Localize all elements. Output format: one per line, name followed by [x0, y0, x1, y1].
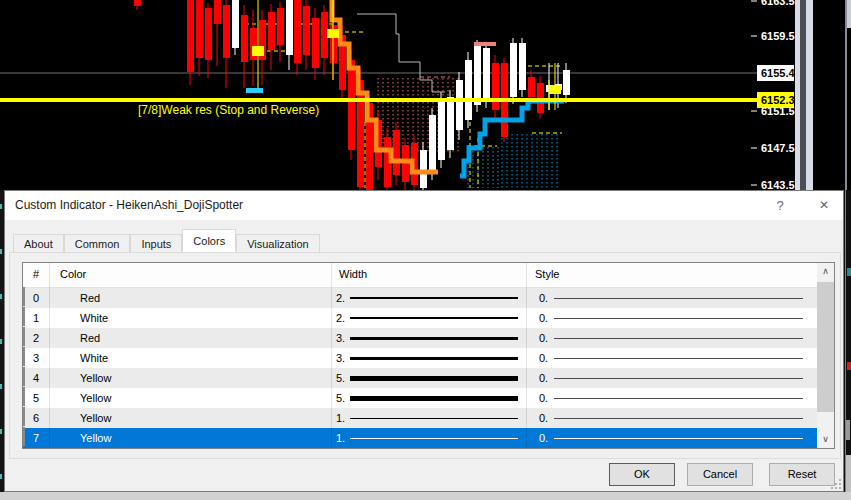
indicator-levels-table: #ColorWidthStyle 0Red2.0.1White2.0.2Red3…: [22, 262, 835, 449]
ok-button[interactable]: OK: [609, 463, 675, 486]
yellow-square: [549, 85, 561, 94]
column-header-color: Color: [60, 268, 86, 280]
style-line-sample: [554, 318, 803, 319]
width-line-sample: [350, 376, 518, 381]
style-value: 0.: [539, 332, 548, 344]
column-separator: [331, 263, 332, 448]
width-value: 1.: [336, 412, 345, 424]
tab-common[interactable]: Common: [64, 234, 131, 254]
help-button[interactable]: ?: [769, 196, 791, 215]
tab-bar: AboutCommonInputsColorsVisualization: [13, 229, 320, 253]
right-edge-strip: [844, 190, 851, 500]
width-value: 3.: [336, 332, 345, 344]
cancel-button[interactable]: Cancel: [687, 463, 753, 486]
colors-tab-page: #ColorWidthStyle 0Red2.0.1White2.0.2Red3…: [9, 252, 841, 459]
style-line-sample: [554, 338, 803, 339]
style-value: 0.: [539, 372, 548, 384]
width-line-sample: [350, 337, 518, 340]
width-line-sample: [350, 396, 518, 401]
width-line-sample: [350, 297, 518, 299]
cyan-underline: [246, 88, 263, 93]
row-index: 1: [23, 312, 49, 324]
price-label: 6143.5: [761, 179, 795, 190]
scrollbar-thumb[interactable]: [817, 282, 834, 412]
price-label: 6163.5: [761, 0, 795, 7]
custom-indicator-dialog: Custom Indicator - HeikenAshi_DojiSpotte…: [4, 190, 844, 492]
table-row[interactable]: 0Red2.0.: [23, 288, 834, 308]
reset-button[interactable]: Reset: [769, 463, 835, 486]
price-label: 6155.4: [761, 67, 796, 79]
scroll-down-icon[interactable]: ∨: [817, 431, 834, 448]
color-name: Yellow: [80, 412, 111, 424]
width-value: 3.: [336, 352, 345, 364]
width-value: 2.: [336, 292, 345, 304]
style-value: 0.: [539, 312, 548, 324]
width-line-sample: [350, 317, 518, 319]
color-name: Yellow: [80, 372, 111, 384]
style-line-sample: [554, 378, 803, 379]
bottom-strip: [0, 492, 851, 500]
dialog-title: Custom Indicator - HeikenAshi_DojiSpotte…: [15, 198, 243, 212]
row-index: 5: [23, 392, 49, 404]
table-scrollbar[interactable]: ∧ ∨: [817, 263, 834, 448]
style-value: 0.: [539, 412, 548, 424]
style-line-sample: [554, 438, 803, 439]
table-row[interactable]: 3White3.0.: [23, 348, 834, 368]
mt4-screen: [7/8]Weak res (Stop and Reverse)6163.561…: [0, 0, 851, 500]
color-name: White: [80, 312, 108, 324]
style-value: 0.: [539, 352, 548, 364]
price-label: 6147.5: [761, 142, 795, 154]
price-label: 6151.5: [761, 105, 795, 117]
table-row[interactable]: 2Red3.0.: [23, 328, 834, 348]
salmon-tick: [474, 42, 496, 46]
style-line-sample: [554, 298, 803, 299]
style-line-sample: [554, 358, 803, 359]
width-line-sample: [350, 418, 518, 419]
table-row[interactable]: 5Yellow5.0.: [23, 388, 834, 408]
style-value: 0.: [539, 432, 548, 444]
column-header-style: Style: [535, 268, 559, 280]
resistance-annotation: [7/8]Weak res (Stop and Reverse): [138, 103, 319, 117]
yellow-square: [252, 46, 264, 56]
color-name: Yellow: [80, 432, 111, 444]
table-row[interactable]: 4Yellow5.0.: [23, 368, 834, 388]
row-index: 3: [23, 352, 49, 364]
tab-about[interactable]: About: [13, 234, 64, 254]
width-value: 1.: [336, 432, 345, 444]
style-value: 0.: [539, 292, 548, 304]
tab-inputs[interactable]: Inputs: [130, 234, 182, 254]
color-name: Yellow: [80, 392, 111, 404]
table-row[interactable]: 6Yellow1.0.: [23, 408, 834, 428]
scroll-up-icon[interactable]: ∧: [817, 263, 834, 280]
row-index: 0: [23, 292, 49, 304]
color-name: White: [80, 352, 108, 364]
resize-grip[interactable]: [831, 479, 841, 489]
table-row[interactable]: 1White2.0.: [23, 308, 834, 328]
row-index: 4: [23, 372, 49, 384]
row-index: 6: [23, 412, 49, 424]
tab-visualization[interactable]: Visualization: [236, 234, 320, 254]
price-chart[interactable]: [7/8]Weak res (Stop and Reverse)6163.561…: [0, 0, 851, 190]
row-index: 2: [23, 332, 49, 344]
row-index: 7: [23, 432, 49, 444]
style-line-sample: [554, 398, 803, 399]
yellow-square: [327, 29, 339, 38]
width-line-sample: [350, 357, 518, 360]
width-value: 2.: [336, 312, 345, 324]
dialog-titlebar[interactable]: Custom Indicator - HeikenAshi_DojiSpotte…: [5, 191, 843, 220]
column-header-width: Width: [339, 268, 367, 280]
color-name: Red: [80, 292, 100, 304]
table-row[interactable]: 7Yellow1.0.: [23, 428, 834, 448]
width-value: 5.: [336, 372, 345, 384]
price-label: 6159.5: [761, 30, 795, 42]
tab-colors[interactable]: Colors: [182, 229, 236, 252]
width-value: 5.: [336, 392, 345, 404]
table-header-row: #ColorWidthStyle: [23, 263, 834, 288]
color-name: Red: [80, 332, 100, 344]
style-line-sample: [554, 418, 803, 419]
column-header-num: #: [23, 268, 49, 280]
close-icon[interactable]: ✕: [813, 196, 835, 215]
style-value: 0.: [539, 392, 548, 404]
table-body: 0Red2.0.1White2.0.2Red3.0.3White3.0.4Yel…: [23, 288, 834, 448]
column-separator: [526, 263, 527, 448]
